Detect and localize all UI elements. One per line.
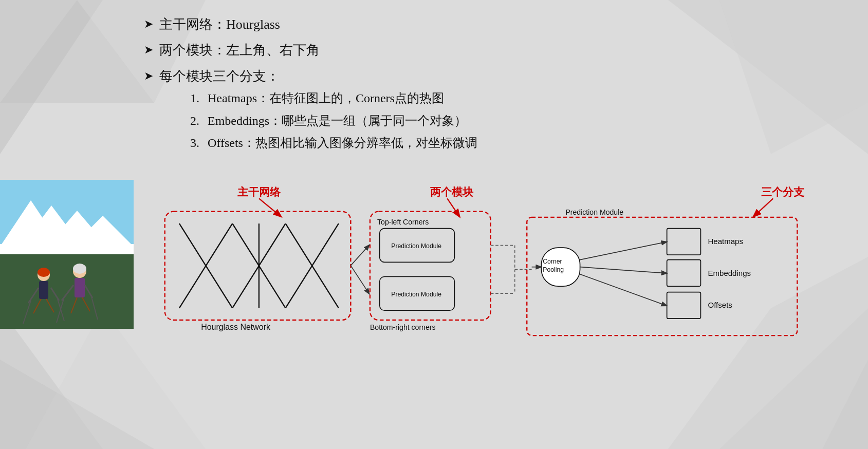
skier-photo <box>0 180 134 329</box>
label-zhugantitle: 主干网络 <box>237 186 281 198</box>
svg-line-44 <box>754 198 773 216</box>
bullet-2-text: 两个模块：左上角、右下角 <box>159 41 320 60</box>
svg-line-61 <box>580 242 667 260</box>
svg-line-52 <box>350 245 369 265</box>
svg-rect-25 <box>39 281 48 299</box>
label-sange: 三个分支 <box>761 186 805 198</box>
arrow-2: ➤ <box>144 42 153 58</box>
sub-num-2: 2. <box>190 113 200 130</box>
hourglass-box <box>165 212 351 320</box>
sub-bullet-1-text: Heatmaps：在特征图上的，Corners点的热图 <box>208 90 444 107</box>
svg-line-53 <box>350 266 369 293</box>
bullet-3: ➤ 每个模块三个分支： 1. Heatmaps：在特征图上的，Corners点的… <box>144 67 724 157</box>
svg-line-42 <box>259 198 281 216</box>
corners-box <box>370 212 491 320</box>
hourglass-network-label: Hourglass Network <box>201 323 270 331</box>
svg-text:Corner: Corner <box>543 258 562 265</box>
arrow-1: ➤ <box>144 16 153 32</box>
top-text-section: ➤ 主干网络：Hourglass ➤ 两个模块：左上角、右下角 ➤ 每个模块三个… <box>0 0 868 175</box>
svg-line-63 <box>580 274 667 306</box>
pred-module-text-2: Prediction Module <box>391 291 441 298</box>
bullet-1: ➤ 主干网络：Hourglass <box>144 15 724 34</box>
sub-bullet-2-text: Embeddings：哪些点是一组（属于同一个对象） <box>208 113 467 130</box>
bottom-right-corners-label: Bottom-right corners <box>370 323 436 331</box>
svg-point-40 <box>38 268 50 277</box>
diagram-area: 主干网络 两个模块 三个分支 <box>134 185 853 344</box>
svg-rect-18 <box>0 254 134 329</box>
svg-text:Pooling: Pooling <box>543 266 564 273</box>
embeddings-label: Embeddings <box>708 269 751 277</box>
svg-line-62 <box>580 267 667 273</box>
top-left-corners-label: Top-left Corners <box>377 218 429 226</box>
embeddings-rect <box>667 260 701 287</box>
svg-point-41 <box>73 264 86 274</box>
bullet-2: ➤ 两个模块：左上角、右下角 <box>144 41 724 60</box>
sub-bullet-2: 2. Embeddings：哪些点是一组（属于同一个对象） <box>190 113 477 130</box>
sub-num-3: 3. <box>190 135 200 152</box>
arrow-3: ➤ <box>144 68 153 84</box>
prediction-module-header: Prediction Module <box>565 208 623 216</box>
sub-bullets: 1. Heatmaps：在特征图上的，Corners点的热图 2. Embedd… <box>190 90 477 152</box>
offsets-label: Offsets <box>708 301 732 309</box>
heatmaps-label: Heatmaps <box>708 237 743 246</box>
bullet-1-text: 主干网络：Hourglass <box>159 15 280 34</box>
pred-module-text-1: Prediction Module <box>391 242 441 250</box>
svg-line-43 <box>447 198 459 216</box>
offsets-rect <box>667 292 701 319</box>
sub-bullet-3: 3. Offsets：热图相比输入图像分辨率低，对坐标微调 <box>190 135 477 152</box>
sub-num-1: 1. <box>190 90 200 107</box>
svg-rect-33 <box>75 278 85 297</box>
sub-bullet-1: 1. Heatmaps：在特征图上的，Corners点的热图 <box>190 90 477 107</box>
sub-bullet-3-text: Offsets：热图相比输入图像分辨率低，对坐标微调 <box>208 135 477 152</box>
bullet-3-text: 每个模块三个分支： <box>159 69 280 84</box>
heatmaps-rect <box>667 228 701 255</box>
label-lianggemoukuai: 两个模块 <box>430 186 474 198</box>
diagram-section: 主干网络 两个模块 三个分支 <box>0 175 868 449</box>
